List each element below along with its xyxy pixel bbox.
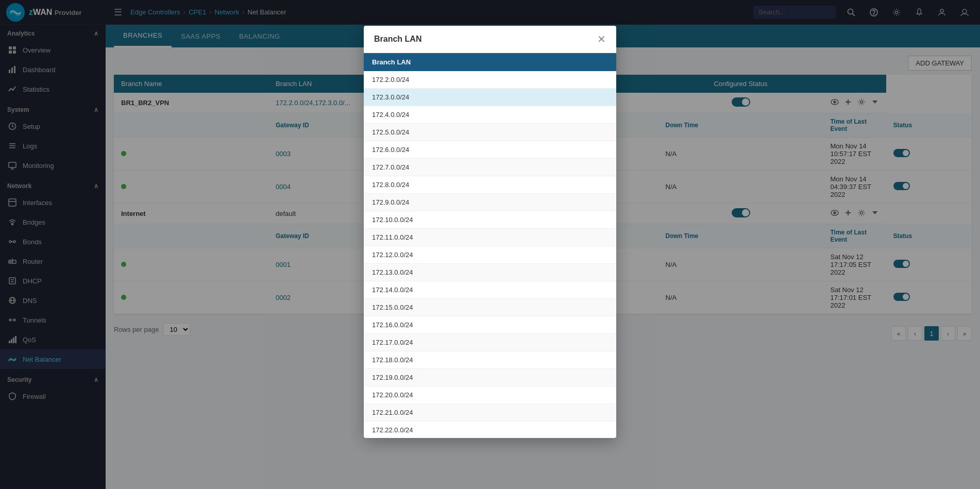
dropdown-item[interactable]: 172.16.0.0/24 [364,316,616,334]
dropdown-item[interactable]: 172.10.0.0/24 [364,211,616,229]
modal-title: Branch LAN [374,35,421,44]
dropdown-item[interactable]: 172.14.0.0/24 [364,281,616,299]
dropdown-item[interactable]: 172.2.0.0/24 [364,71,616,89]
modal-header: Branch LAN ✕ [364,26,616,53]
dropdown-item[interactable]: 172.17.0.0/24 [364,334,616,351]
dropdown-item[interactable]: 172.18.0.0/24 [364,351,616,369]
dropdown-item[interactable]: 172.20.0.0/24 [364,386,616,404]
modal-body: Branch LAN 172.2.0.0/24172.3.0.0/24172.4… [364,53,616,438]
dropdown-item[interactable]: 172.3.0.0/24 [364,89,616,106]
modal-close-button[interactable]: ✕ [597,34,606,44]
dropdown-item[interactable]: 172.5.0.0/24 [364,124,616,141]
dropdown-item[interactable]: 172.4.0.0/24 [364,106,616,124]
dropdown-item[interactable]: 172.13.0.0/24 [364,264,616,281]
dropdown-item[interactable]: 172.15.0.0/24 [364,299,616,316]
dropdown-item[interactable]: 172.19.0.0/24 [364,369,616,386]
dropdown-item[interactable]: 172.9.0.0/24 [364,194,616,211]
dropdown-item[interactable]: 172.12.0.0/24 [364,246,616,264]
dropdown-list[interactable]: 172.2.0.0/24172.3.0.0/24172.4.0.0/24172.… [364,71,616,438]
dropdown-item[interactable]: 172.8.0.0/24 [364,176,616,194]
modal-overlay[interactable]: Branch LAN ✕ Branch LAN 172.2.0.0/24172.… [0,0,980,489]
branch-lan-modal: Branch LAN ✕ Branch LAN 172.2.0.0/24172.… [364,26,616,438]
dropdown-item[interactable]: 172.7.0.0/24 [364,159,616,176]
dropdown-item[interactable]: 172.21.0.0/24 [364,404,616,421]
dropdown-item[interactable]: 172.11.0.0/24 [364,229,616,246]
dropdown-header: Branch LAN [364,53,616,71]
dropdown-item[interactable]: 172.22.0.0/24 [364,421,616,438]
dropdown-item[interactable]: 172.6.0.0/24 [364,141,616,159]
